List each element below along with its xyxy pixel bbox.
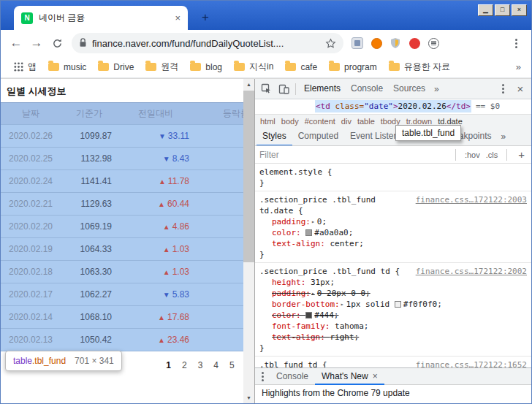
apps-shortcut[interactable]: 앱 [8, 61, 42, 73]
orange-badge-extension-icon[interactable] [367, 34, 386, 53]
browser-menu-button[interactable] [506, 33, 526, 53]
sidebar-tabs-overflow-chevron[interactable]: » [497, 132, 509, 142]
bookmark-star-icon[interactable] [325, 38, 336, 49]
table-row[interactable]: 2020.02.20 1069.19 ▲4.86 [1, 216, 243, 238]
expand-arrow-icon[interactable]: ▸ [311, 218, 315, 225]
table-row[interactable]: 2020.02.18 1063.30 ▲1.03 [1, 261, 243, 283]
css-declaration[interactable]: color: #444; [259, 310, 527, 321]
drawer-tab-whats-new[interactable]: What's New × [315, 367, 384, 385]
css-declaration[interactable]: text-align: center; [259, 238, 527, 249]
bookmark-folder-remote[interactable]: 원격 [140, 61, 184, 73]
breadcrumb-body[interactable]: body [278, 117, 302, 126]
drawer-tab-console[interactable]: Console [270, 367, 315, 385]
bookmark-folder-jisikin[interactable]: 지식in [228, 61, 279, 73]
css-source-link[interactable]: finance.css…172122:1652 [416, 359, 527, 367]
page-number-3[interactable]: 3 [198, 360, 203, 370]
bookmark-folder-program[interactable]: program [323, 62, 383, 72]
reload-button[interactable] [47, 33, 67, 53]
browser-tab[interactable]: N 네이버 금융 × [14, 6, 188, 30]
color-swatch[interactable] [305, 312, 312, 319]
price-cell: 1129.63 [61, 193, 118, 215]
device-toolbar-button[interactable] [275, 80, 292, 98]
bookmarks-overflow-chevron[interactable]: » [513, 61, 524, 72]
css-rule[interactable]: finance.css…172122:1652 .tbl_fund td { [255, 357, 531, 367]
inspect-element-button[interactable] [257, 80, 275, 98]
page-number-2[interactable]: 2 [182, 360, 187, 370]
table-row[interactable]: 2020.02.19 1064.33 ▲1.03 [1, 238, 243, 261]
css-rule[interactable]: finance.css…172122:2003 .section_price .… [255, 191, 531, 263]
styles-filter-input[interactable] [259, 150, 446, 160]
css-declaration[interactable]: color: #a0a0a0; [259, 227, 527, 238]
change-cell: ▲4.86 [118, 216, 194, 237]
bookmark-folder-music[interactable]: music [42, 62, 92, 72]
tab-elements[interactable]: Elements [299, 79, 346, 99]
tab-console[interactable]: Console [346, 79, 388, 99]
drawer-menu-button[interactable] [255, 370, 270, 383]
breadcrumb-content[interactable]: #content [302, 117, 338, 126]
table-row[interactable]: 2020.02.25 1132.98 ▼8.43 [1, 148, 243, 170]
toggle-hover-state-button[interactable]: :hov [465, 150, 480, 159]
breadcrumb-div[interactable]: div [338, 117, 354, 126]
menu-circle-extension-icon[interactable] [424, 34, 443, 53]
page-number-5[interactable]: 5 [229, 360, 235, 370]
table-row[interactable]: 2020.02.21 1129.63 ▲60.44 [1, 193, 243, 216]
page-scrollbar[interactable]: ▲ ▼ [243, 79, 254, 403]
tab-sources[interactable]: Sources [388, 79, 430, 99]
styles-pane: element.style { } finance.css…172122:200… [255, 164, 531, 367]
maximize-button[interactable]: □ [495, 4, 510, 16]
tab-computed[interactable]: Computed [292, 128, 344, 146]
shield-extension-icon[interactable] [386, 34, 405, 53]
toggle-class-button[interactable]: .cls [486, 150, 498, 159]
css-declaration[interactable]: padding:▸0 20px 0 0; [259, 288, 527, 299]
table-row[interactable]: 2020.02.26 1099.87 ▼33.11 [1, 125, 243, 148]
color-swatch[interactable] [305, 229, 312, 236]
close-button[interactable]: × [512, 4, 527, 16]
inline-style-rule[interactable]: element.style { } [255, 164, 531, 191]
drawer-tab-close-icon[interactable]: × [373, 368, 378, 384]
new-tab-button[interactable]: + [197, 9, 214, 26]
breadcrumb-table[interactable]: table [354, 117, 378, 126]
table-row[interactable]: 2020.02.24 1141.41 ▲11.78 [1, 170, 243, 193]
forward-button[interactable]: → [26, 33, 47, 53]
red-circle-extension-icon[interactable] [405, 34, 424, 53]
devtools-close-button[interactable]: × [512, 80, 529, 98]
css-source-link[interactable]: finance.css…172122:2002 [416, 266, 527, 277]
breadcrumb-html[interactable]: html [257, 117, 278, 126]
browser-window: N 네이버 금융 × + ▁ □ × ← → finance.naver.com… [0, 0, 532, 404]
date-cell: 2020.02.14 [1, 306, 61, 328]
square-logo-extension-icon[interactable] [348, 34, 367, 53]
table-row[interactable]: 2020.02.17 1062.27 ▼5.83 [1, 283, 243, 306]
color-swatch[interactable] [395, 301, 401, 308]
css-rule[interactable]: finance.css…172122:2002 .section_price .… [255, 263, 531, 357]
price-table: 날짜 기준가 전일대비 등락률 2020.02.26 1099.87 ▼33.1… [1, 102, 243, 351]
minimize-button[interactable]: ▁ [478, 4, 493, 16]
tab-styles[interactable]: Styles [256, 128, 292, 146]
back-button[interactable]: ← [6, 33, 26, 53]
css-declaration[interactable]: height: 31px; [259, 277, 527, 288]
css-declaration[interactable]: border-bottom:▸1px solid #f0f0f0; [259, 299, 527, 310]
css-declaration[interactable]: text-align: right; [259, 332, 527, 343]
table-row[interactable]: 2020.02.13 1050.42 ▲23.46 [1, 329, 243, 351]
page-number-1[interactable]: 1 [166, 360, 171, 370]
devtools-menu-button[interactable] [494, 80, 512, 98]
bookmark-folder-useful[interactable]: 유용한 자료 [383, 61, 456, 73]
table-row[interactable]: 2020.02.14 1068.10 ▲17.68 [1, 306, 243, 329]
expand-arrow-icon[interactable]: ▸ [341, 301, 344, 308]
scroll-down-arrow-icon[interactable]: ▼ [243, 392, 254, 403]
dom-tree-selected-node[interactable]: <td class="date">2020.02.26</td>== $0 [255, 99, 531, 114]
css-declaration[interactable]: font-family: tahoma; [259, 321, 527, 332]
bookmark-folder-blog[interactable]: blog [184, 62, 228, 72]
expand-arrow-icon[interactable]: ▸ [311, 290, 315, 297]
css-declaration[interactable]: padding:▸0; [259, 216, 527, 227]
more-tabs-chevron[interactable]: » [430, 84, 443, 94]
bookmark-folder-drive[interactable]: Drive [92, 62, 140, 72]
address-bar[interactable]: finance.naver.com/fund/fundDailyQuoteLis… [72, 33, 343, 53]
bookmark-folder-cafe[interactable]: cafe [279, 62, 323, 72]
tab-close-icon[interactable]: × [175, 12, 180, 23]
new-style-rule-button[interactable]: + [516, 148, 527, 161]
tooltip-element-size: 701 × 341 [75, 356, 114, 366]
scroll-up-arrow-icon[interactable]: ▲ [243, 79, 254, 90]
css-source-link[interactable]: finance.css…172122:2003 [416, 194, 527, 205]
page-number-4[interactable]: 4 [213, 360, 218, 370]
scrollbar-thumb[interactable] [243, 91, 254, 262]
